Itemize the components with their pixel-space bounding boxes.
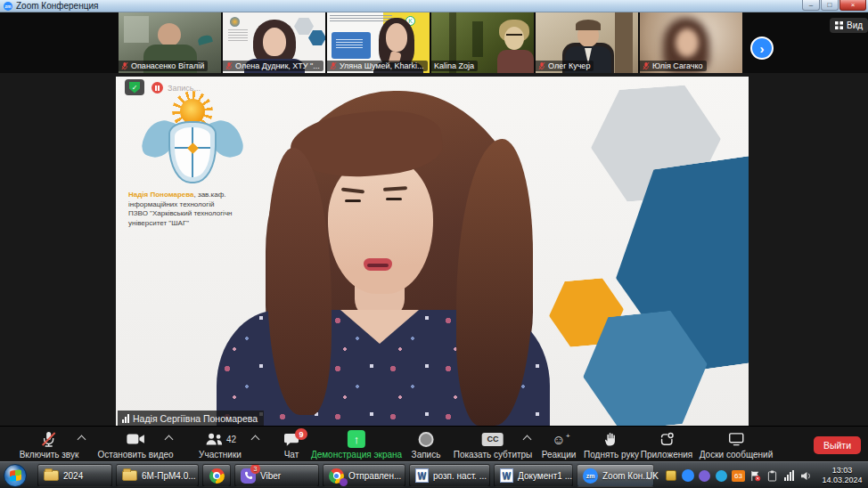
meeting-toolbar: Включить звук Остановить видео 42 Участн… <box>0 426 868 461</box>
speaker-nameplate: Надія Сергіївна Пономарева <box>118 411 264 426</box>
participant-tile[interactable]: Олег Кучер <box>536 12 638 73</box>
apps-icon <box>659 432 674 447</box>
participants-count: 42 <box>226 435 236 444</box>
meeting-security-badge[interactable]: ✓ <box>125 79 144 95</box>
plus-icon: + <box>566 429 570 443</box>
share-screen-button[interactable]: ↑ Демонстрация экрана <box>311 430 402 460</box>
taskbar-word-rozp-button[interactable]: W розп. наст. ... <box>409 464 490 487</box>
window-glare <box>124 16 149 43</box>
background-shadow <box>472 21 483 57</box>
viber-icon: 3 <box>241 468 256 484</box>
update-tray-icon[interactable] <box>664 469 677 483</box>
action-center-flag-icon[interactable] <box>749 469 762 483</box>
taskbar-folder-2024[interactable]: 2024 <box>37 464 112 487</box>
windows-taskbar: 2024 6М-ПрМ4.0... 3 Viber Отправлен... W… <box>0 461 868 488</box>
taskbar-viber-button[interactable]: 3 Viber <box>234 464 319 487</box>
minimize-button[interactable]: – <box>802 0 820 11</box>
taskbar-zoom-button[interactable]: zm Zoom Кон... <box>577 464 654 487</box>
messenger-tray-icon[interactable] <box>715 469 728 483</box>
whiteboards-button[interactable]: Доски сообщений <box>700 430 774 460</box>
zoom-tray-icon[interactable] <box>681 469 694 483</box>
counter-tray-icon[interactable]: 63 <box>732 469 745 483</box>
windows-logo-icon <box>10 469 21 481</box>
title-bar[interactable]: zm Zoom Конференция – □ × <box>0 0 868 12</box>
recording-label: Запись... <box>168 84 201 93</box>
muted-mic-icon <box>330 61 337 70</box>
university-logo <box>143 93 242 189</box>
system-tray: UK 63 13:03 14.03.2024 <box>646 462 868 488</box>
participants-options-chevron[interactable] <box>251 435 260 444</box>
clock-date: 14.03.2024 <box>816 476 868 485</box>
participant-tile[interactable]: Олена Дудник, ХТУ "... <box>223 12 325 73</box>
folder-icon <box>122 470 137 481</box>
captions-button[interactable]: CC Показать субтитры <box>454 430 533 460</box>
speaker-mouth <box>367 264 389 267</box>
raise-hand-button[interactable]: Поднять руку <box>584 430 639 460</box>
view-button[interactable]: Вид <box>830 18 868 33</box>
participant-tile[interactable]: Юлія Сагачко <box>640 12 742 73</box>
participant-hair <box>576 20 601 30</box>
participant-face <box>263 28 286 56</box>
language-indicator[interactable]: UK <box>646 471 659 481</box>
participants-icon <box>204 432 224 446</box>
taskbar-clock[interactable]: 13:03 14.03.2024 <box>816 466 868 485</box>
zoom-app-icon: zm <box>4 2 12 11</box>
participant-face <box>386 23 407 52</box>
muted-mic-icon <box>538 61 545 70</box>
security-shield-icon: ✓ <box>129 82 140 94</box>
maximize-button[interactable]: □ <box>821 0 839 11</box>
chrome-icon <box>329 468 344 484</box>
reactions-button[interactable]: ☺+ Реакции <box>542 430 577 460</box>
word-icon: W <box>500 468 513 483</box>
chrome-icon <box>209 468 225 484</box>
participant-name-label: Олег Кучер <box>536 61 594 71</box>
clipboard-tray-icon[interactable] <box>766 469 779 483</box>
start-button[interactable] <box>4 464 27 487</box>
viber-tray-icon[interactable] <box>698 469 711 483</box>
speaker-eye-right <box>386 198 402 200</box>
next-page-arrow-button[interactable]: › <box>750 37 774 60</box>
record-button[interactable]: Запись <box>412 430 441 460</box>
participant-glasses <box>506 34 522 36</box>
main-stage: Надія Пономарева, зав.каф. інформаційних… <box>0 73 868 426</box>
slide-panel-text <box>336 39 363 48</box>
zoom-icon: zm <box>583 468 598 484</box>
taskbar-sent-button[interactable]: Отправлен... <box>323 464 405 487</box>
muted-mic-icon <box>643 61 650 70</box>
active-speaker-video: Надія Пономарева, зав.каф. інформаційних… <box>116 77 749 426</box>
leave-meeting-button[interactable]: Выйти <box>814 436 861 454</box>
participant-tile[interactable]: K Уляна Шумей, Kharki... <box>327 12 430 73</box>
taskbar-word-doc1-button[interactable]: W Документ1 ... <box>494 464 573 487</box>
emblem-shield <box>168 121 217 183</box>
stop-video-button[interactable]: Остановить видео <box>97 430 173 460</box>
muted-mic-icon <box>121 61 128 70</box>
participant-name-label: Уляна Шумей, Kharki... <box>327 61 428 71</box>
taskbar-chrome-button[interactable] <box>202 464 231 487</box>
record-icon <box>419 432 434 447</box>
recording-indicator[interactable] <box>151 82 163 94</box>
slide-text <box>228 29 248 42</box>
network-signal-icon[interactable] <box>782 469 796 483</box>
participant-body <box>497 50 534 73</box>
participants-button[interactable]: 42 Участники <box>199 430 242 460</box>
participant-face <box>676 28 699 57</box>
participant-name-label: Юлія Сагачко <box>640 61 707 71</box>
cc-icon: CC <box>482 433 504 446</box>
participant-tile[interactable]: Kalina Zoja <box>431 12 534 73</box>
viber-unread-badge: 3 <box>250 464 260 474</box>
share-screen-icon: ↑ <box>348 430 365 448</box>
folder-icon <box>44 470 59 481</box>
volume-icon[interactable] <box>799 469 813 483</box>
unmute-button[interactable]: Включить звук <box>20 430 79 460</box>
smiley-icon: ☺ <box>552 432 565 447</box>
word-icon: W <box>415 468 429 483</box>
taskbar-folder-6m[interactable]: 6М-ПрМ4.0... <box>116 464 199 487</box>
whiteboard-icon <box>728 432 745 446</box>
logo-caption: Надія Пономарева, зав.каф. інформаційних… <box>128 191 271 228</box>
apps-button[interactable]: Приложения <box>641 430 693 460</box>
notification-badge <box>340 478 348 486</box>
participant-tile[interactable]: Опанасенко Віталій <box>119 12 221 73</box>
close-button[interactable]: × <box>839 0 866 11</box>
slide-header-text <box>330 15 392 22</box>
grid-view-icon <box>835 21 843 29</box>
